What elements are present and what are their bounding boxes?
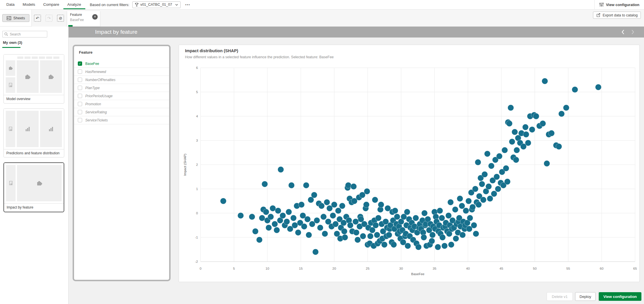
feature-item-label: PriorPeriodUsage: [85, 94, 113, 98]
clear-selections-icon[interactable]: ⊘: [57, 15, 64, 22]
feature-item-plantype[interactable]: PlanType: [74, 84, 169, 92]
svg-text:4: 4: [196, 115, 198, 118]
search-icon: [4, 32, 8, 36]
sheet-header-bar: Impact by feature: [69, 27, 644, 37]
puzzle-icon: [8, 65, 13, 71]
scatter-points[interactable]: [220, 78, 601, 255]
svg-text:65: 65: [633, 267, 637, 270]
next-sheet-icon[interactable]: [630, 29, 635, 35]
search-input[interactable]: [10, 32, 45, 36]
sheet-card-model-overview[interactable]: Model overview: [3, 54, 64, 104]
sheets-button[interactable]: Sheets: [2, 14, 29, 22]
sheet-card-list: Model overviewPredictions and feature di…: [3, 54, 64, 217]
shap-chart-card: Impact distribution (SHAP) How different…: [179, 45, 640, 282]
svg-text:20: 20: [333, 267, 336, 270]
tab-data[interactable]: Data: [2, 0, 19, 9]
topnav-spacer: [191, 0, 594, 9]
sheet-card-title: Model overview: [4, 95, 64, 103]
thumbnail-body: [6, 60, 62, 93]
checkbox-icon[interactable]: [78, 94, 82, 98]
feature-item-basefee[interactable]: ✓BaseFee: [74, 60, 169, 68]
view-configuration-top-label: View configuration: [606, 3, 639, 7]
undo-selection-icon[interactable]: ↶: [34, 15, 41, 22]
checkbox-icon[interactable]: [78, 118, 82, 122]
sheet-thumbnail: [4, 163, 64, 203]
thumbnail-panel: [17, 165, 62, 201]
deploy-button[interactable]: Deploy: [575, 292, 596, 301]
kpi-chip: [39, 57, 45, 59]
tab-models[interactable]: Models: [19, 0, 39, 9]
previous-sheet-icon[interactable]: [620, 29, 626, 35]
feature-item-hasrenewed[interactable]: HasRenewed: [74, 68, 169, 76]
chevron-down-icon: [175, 4, 178, 6]
sheet-thumbnail: [4, 55, 64, 95]
puzzle-icon: [36, 180, 43, 187]
filter-page-icon: [8, 181, 14, 186]
thumbnail-panel: [17, 111, 39, 147]
filters-zone: Based on current filters: v01_CATBC_01_0…: [90, 0, 192, 9]
footer-actions: Delete v1 Deploy View configuration: [69, 290, 644, 304]
checkbox-checked-icon[interactable]: ✓: [78, 61, 82, 66]
tab-compare[interactable]: Compare: [39, 0, 63, 9]
checkbox-icon[interactable]: [78, 102, 82, 106]
svg-text:5: 5: [196, 90, 198, 94]
svg-text:45: 45: [500, 267, 503, 270]
sheet-canvas: Feature ✓BaseFeeHasRenewedNumberOfPenalt…: [69, 37, 644, 290]
svg-text:6: 6: [196, 66, 198, 70]
model-version-dropdown[interactable]: v01_CATBC_01_07: [132, 1, 181, 8]
sheet-search[interactable]: [2, 31, 47, 37]
selection-chip-feature[interactable]: Feature BaseFee ×: [67, 11, 100, 27]
sheet-title: Impact by feature: [95, 29, 137, 35]
model-version-value: v01_CATBC_01_07: [140, 3, 173, 7]
puzzle-icon: [48, 73, 54, 80]
nav-tabs: DataModelsCompareAnalyze: [0, 0, 85, 9]
sliders-icon: [599, 2, 604, 7]
shap-scatter-plot[interactable]: 05101520253035404550556065-2-10123456Bas…: [179, 45, 639, 282]
svg-text:30: 30: [399, 267, 403, 270]
thumbnail-panel: [40, 60, 62, 93]
thumbnail-panel: [17, 60, 39, 93]
feature-panel-title: Feature: [74, 46, 169, 55]
feature-item-priorperiodusage[interactable]: PriorPeriodUsage: [74, 92, 169, 100]
thumbnail-tile: [6, 111, 15, 147]
delete-version-button[interactable]: Delete v1: [547, 292, 573, 301]
svg-text:1: 1: [196, 187, 198, 191]
section-my-own[interactable]: My own (3): [3, 40, 22, 45]
feature-item-servicerating[interactable]: ServiceRating: [74, 108, 169, 116]
redo-selection-icon[interactable]: ↷: [46, 15, 52, 22]
selection-chip-field: Feature: [70, 13, 82, 17]
checkbox-icon[interactable]: [78, 110, 82, 114]
sheet-card-predictions-and-feature-distribution[interactable]: Predictions and feature distribution: [3, 108, 64, 158]
y-axis-label: Impact (SHAP): [183, 153, 187, 176]
checkbox-icon[interactable]: [78, 78, 82, 82]
feature-item-label: ServiceTickets: [85, 118, 108, 122]
svg-text:2: 2: [196, 163, 198, 166]
sheet-card-impact-by-feature[interactable]: Impact by feature: [3, 162, 64, 212]
feature-item-label: ServiceRating: [85, 110, 107, 114]
puzzle-icon: [24, 73, 31, 80]
bar-chart-icon: [24, 125, 31, 132]
view-configuration-top-button[interactable]: View configuration: [594, 0, 644, 9]
feature-item-numberofpenalties[interactable]: NumberOfPenalties: [74, 76, 169, 84]
selection-chip-close-icon[interactable]: ×: [92, 14, 98, 20]
sheets-button-label: Sheets: [13, 16, 25, 20]
sheets-sidebar: My own (3) Model overviewPredictions and…: [0, 27, 69, 304]
sheets-zone: Sheets: [0, 10, 32, 27]
sheet-card-title: Predictions and feature distribution: [4, 149, 64, 157]
export-data-button[interactable]: Export data to catalog: [593, 12, 641, 19]
svg-text:0: 0: [200, 267, 201, 270]
tab-analyze[interactable]: Analyze: [63, 0, 85, 9]
feature-item-promotion[interactable]: Promotion: [74, 100, 169, 108]
more-options-button[interactable]: •••: [184, 2, 192, 7]
selection-chip-value: BaseFee: [70, 18, 84, 22]
checkbox-icon[interactable]: [78, 70, 82, 74]
checkbox-icon[interactable]: [78, 86, 82, 90]
view-configuration-button[interactable]: View configuration: [599, 292, 641, 301]
feature-item-servicetickets[interactable]: ServiceTickets: [74, 116, 169, 124]
svg-text:0: 0: [196, 211, 198, 215]
svg-text:60: 60: [600, 267, 604, 270]
selections-toolbar: Sheets ↶ ↷ ⊘ Feature BaseFee × Export da…: [0, 10, 644, 27]
filters-label: Based on current filters:: [90, 3, 129, 7]
svg-text:5: 5: [233, 267, 235, 270]
kpi-chip: [53, 57, 59, 59]
